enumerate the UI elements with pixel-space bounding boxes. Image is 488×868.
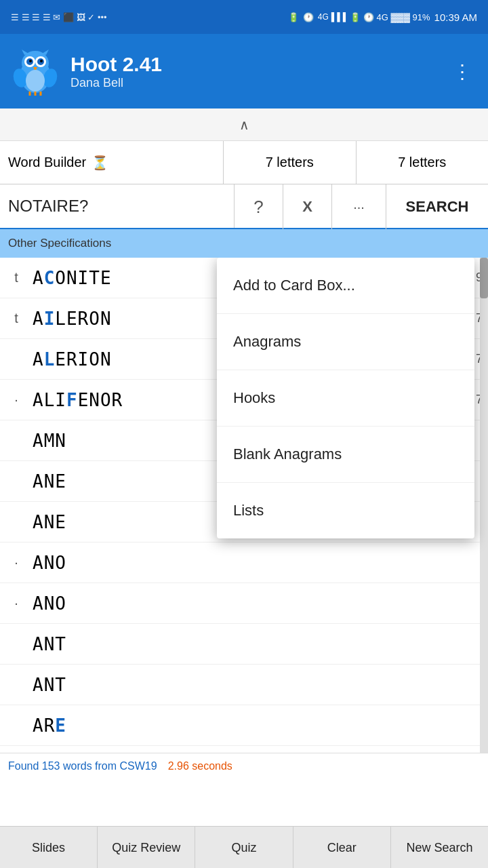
scrollbar-thumb[interactable] bbox=[480, 258, 488, 298]
search-row: ? X ··· SEARCH bbox=[0, 184, 488, 229]
context-menu-blank-anagrams[interactable]: Blank Anagrams bbox=[217, 427, 474, 483]
more-options-button[interactable]: ··· bbox=[332, 184, 386, 229]
wildcard-button[interactable]: ? bbox=[235, 184, 283, 229]
header-left: Hoot 2.41 Dana Bell bbox=[11, 47, 162, 96]
svg-point-6 bbox=[29, 60, 32, 62]
context-menu-hooks[interactable]: Hooks bbox=[217, 370, 474, 427]
context-menu-add-to-card-box[interactable]: Add to Card Box... bbox=[217, 258, 474, 314]
list-item[interactable]: ARE bbox=[0, 705, 488, 746]
result-word: ANO bbox=[33, 593, 431, 614]
quiz-button[interactable]: Quiz bbox=[195, 827, 293, 868]
context-menu-anagrams[interactable]: Anagrams bbox=[217, 314, 474, 370]
slides-button[interactable]: Slides bbox=[0, 827, 98, 868]
app-header: Hoot 2.41 Dana Bell ⋮ bbox=[0, 34, 488, 108]
scrollbar-track[interactable] bbox=[480, 258, 488, 753]
result-word: ARE bbox=[33, 715, 431, 736]
svg-point-13 bbox=[26, 70, 45, 92]
context-menu: Add to Card Box... Anagrams Hooks Blank … bbox=[217, 258, 474, 538]
clear-button[interactable]: Clear bbox=[293, 827, 391, 868]
word-builder-label: Word Builder ⏳ bbox=[0, 141, 224, 184]
result-prefix: · bbox=[0, 392, 33, 408]
results-list: t ACONITE s 9 t AILERON s 7 ALERION s 7 … bbox=[0, 258, 488, 753]
result-word: ANT bbox=[33, 634, 431, 654]
word-builder-letters2[interactable]: 7 letters bbox=[357, 141, 489, 184]
result-prefix: t bbox=[0, 311, 33, 326]
header-title: Hoot 2.41 Dana Bell bbox=[70, 53, 162, 90]
result-prefix: · bbox=[0, 555, 33, 570]
clear-input-button[interactable]: X bbox=[283, 184, 332, 229]
word-builder-text: Word Builder bbox=[8, 155, 86, 170]
battery-icon: 🔋 bbox=[288, 12, 299, 22]
svg-point-7 bbox=[40, 60, 43, 62]
search-button[interactable]: SEARCH bbox=[386, 184, 488, 229]
word-builder-row: Word Builder ⏳ 7 letters 7 letters bbox=[0, 141, 488, 184]
result-word: ANT bbox=[33, 675, 431, 695]
result-prefix: · bbox=[0, 595, 33, 611]
status-left-icons: ☰ ☰ ☰ ☰ ✉ ⬛ 🖼 ✓ ••• bbox=[11, 12, 107, 22]
notification-icons: ☰ ☰ ☰ ☰ ✉ ⬛ 🖼 ✓ ••• bbox=[11, 12, 107, 22]
found-time-text: 2.96 seconds bbox=[168, 760, 232, 772]
app-name: Hoot 2.41 bbox=[70, 53, 162, 76]
hourglass-icon: ⏳ bbox=[92, 155, 108, 171]
time-display: 10:39 AM bbox=[434, 12, 477, 23]
overflow-menu-button[interactable]: ⋮ bbox=[447, 55, 477, 88]
status-bar: ☰ ☰ ☰ ☰ ✉ ⬛ 🖼 ✓ ••• 🔋 🕐 4G▐▐▐ 🔋 🕐 4G ▓▓▓… bbox=[0, 0, 488, 34]
app-logo bbox=[11, 47, 60, 96]
list-item[interactable]: ANT bbox=[0, 665, 488, 705]
quiz-review-button[interactable]: Quiz Review bbox=[98, 827, 195, 868]
network-icon: 4G▐▐▐ bbox=[318, 12, 346, 22]
user-name: Dana Bell bbox=[70, 76, 162, 90]
list-item[interactable]: ARO bbox=[0, 746, 488, 753]
other-specifications-bar[interactable]: Other Specifications bbox=[0, 229, 488, 258]
result-word: ANO bbox=[33, 553, 431, 573]
battery-percent: 🔋 🕐 4G ▓▓▓ 91% bbox=[350, 12, 430, 22]
clock-icon: 🕐 bbox=[303, 12, 314, 22]
found-count-text: Found 153 words from CSW19 bbox=[8, 760, 157, 772]
search-input[interactable] bbox=[0, 184, 235, 228]
list-item[interactable]: · ANO bbox=[0, 583, 488, 624]
status-right-icons: 🔋 🕐 4G▐▐▐ 🔋 🕐 4G ▓▓▓ 91% 10:39 AM bbox=[288, 12, 477, 23]
new-search-button[interactable]: New Search bbox=[391, 827, 488, 868]
found-bar: Found 153 words from CSW19 2.96 seconds bbox=[0, 753, 488, 778]
other-spec-label: Other Specifications bbox=[8, 237, 111, 250]
context-menu-lists[interactable]: Lists bbox=[217, 483, 474, 538]
collapse-arrow-icon: ∧ bbox=[239, 117, 249, 133]
bottom-nav: Slides Quiz Review Quiz Clear New Search bbox=[0, 826, 488, 868]
list-item[interactable]: ANT bbox=[0, 624, 488, 665]
word-builder-letters1[interactable]: 7 letters bbox=[224, 141, 357, 184]
collapse-bar[interactable]: ∧ bbox=[0, 108, 488, 141]
list-item[interactable]: · ANO bbox=[0, 542, 488, 583]
result-prefix: t bbox=[0, 270, 33, 285]
